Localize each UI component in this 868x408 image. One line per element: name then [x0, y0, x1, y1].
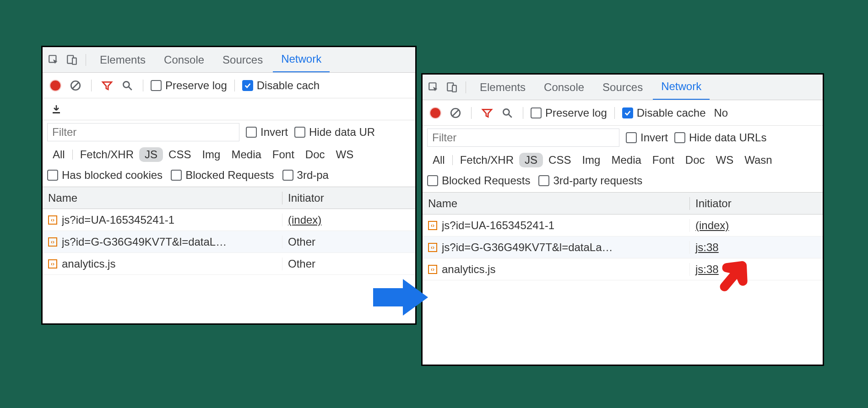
tab-sources[interactable]: Sources [594, 75, 651, 100]
divider [466, 81, 466, 93]
col-initiator-header[interactable]: Initiator [282, 192, 415, 204]
filter-row: Invert Hide data URLs [423, 126, 823, 150]
initiator-link[interactable]: js:38 [695, 241, 719, 253]
type-js[interactable]: JS [519, 153, 543, 167]
clear-icon[interactable] [67, 77, 84, 94]
options-row: Blocked Requests 3rd-party requests [423, 171, 823, 193]
red-arrow-annotation [714, 254, 755, 295]
request-name: analytics.js [62, 258, 115, 270]
svg-line-14 [509, 114, 512, 118]
search-icon[interactable] [499, 105, 515, 121]
device-toggle-icon[interactable] [444, 79, 460, 96]
type-css[interactable]: CSS [163, 147, 196, 162]
third-party-checkbox[interactable]: 3rd-party requests [538, 174, 642, 187]
js-file-icon: ‹› [428, 243, 437, 252]
disable-cache-checkbox[interactable]: Disable cach [242, 79, 320, 92]
hide-data-urls-checkbox[interactable]: Hide data UR [294, 126, 375, 139]
divider [86, 54, 86, 66]
hide-data-urls-checkbox[interactable]: Hide data URLs [674, 131, 766, 144]
device-toggle-icon[interactable] [64, 52, 80, 68]
initiator-link[interactable]: (index) [695, 219, 729, 231]
type-fetch[interactable]: Fetch/XHR [75, 147, 139, 162]
record-button[interactable] [427, 105, 444, 121]
filter-input[interactable] [47, 123, 239, 141]
col-name-header[interactable]: Name [43, 192, 282, 204]
type-font[interactable]: Font [647, 153, 680, 167]
type-filter-row: All Fetch/XHR JS CSS Img Media Font Doc … [43, 144, 415, 165]
js-file-icon: ‹› [428, 221, 437, 230]
type-media[interactable]: Media [606, 153, 646, 167]
clear-icon[interactable] [447, 105, 464, 121]
type-media[interactable]: Media [226, 147, 266, 162]
divider [143, 80, 143, 91]
type-js[interactable]: JS [139, 147, 163, 162]
svg-point-13 [503, 109, 509, 115]
filter-input[interactable] [427, 129, 619, 147]
type-ws[interactable]: WS [711, 153, 739, 167]
table-row[interactable]: ‹›js?id=UA-165345241-1 (index) [423, 215, 823, 236]
table-row[interactable]: ‹›analytics.js Other [43, 253, 415, 275]
third-party-checkbox[interactable]: 3rd-pa [282, 169, 329, 182]
blocked-requests-checkbox[interactable]: Blocked Requests [427, 174, 530, 187]
type-ws[interactable]: WS [331, 147, 359, 162]
tab-console[interactable]: Console [536, 75, 592, 100]
tab-sources[interactable]: Sources [214, 47, 271, 73]
type-fetch[interactable]: Fetch/XHR [455, 153, 519, 167]
table-header: Name Initiator [43, 187, 415, 209]
table-body: ‹›js?id=UA-165345241-1 (index) ‹›js?id=G… [43, 209, 415, 275]
request-name: analytics.js [442, 263, 495, 276]
table-row[interactable]: ‹›js?id=UA-165345241-1 (index) [43, 209, 415, 231]
devtools-tabbar: Elements Console Sources Network [43, 47, 415, 73]
disable-cache-checkbox[interactable]: Disable cache [622, 107, 706, 119]
download-icon[interactable] [48, 101, 65, 118]
filter-icon[interactable] [99, 77, 115, 94]
type-doc[interactable]: Doc [300, 147, 331, 162]
inspect-icon[interactable] [425, 79, 442, 96]
invert-checkbox[interactable]: Invert [626, 131, 668, 144]
type-img[interactable]: Img [196, 147, 226, 162]
svg-line-6 [129, 87, 132, 90]
search-icon[interactable] [119, 77, 136, 94]
initiator-text: Other [288, 236, 315, 248]
tab-network[interactable]: Network [273, 47, 330, 73]
record-button[interactable] [47, 77, 64, 94]
blocked-requests-checkbox[interactable]: Blocked Requests [171, 169, 274, 182]
blue-arrow-annotation [371, 274, 430, 320]
tab-elements[interactable]: Elements [472, 75, 534, 100]
tab-network[interactable]: Network [653, 75, 710, 100]
filter-icon[interactable] [479, 105, 495, 121]
type-all[interactable]: All [47, 147, 71, 162]
tab-console[interactable]: Console [156, 47, 212, 73]
invert-checkbox[interactable]: Invert [246, 126, 288, 139]
type-wasm[interactable]: Wasn [739, 153, 777, 167]
col-name-header[interactable]: Name [423, 197, 690, 210]
table-row[interactable]: ‹›analytics.js js:38 [423, 258, 823, 280]
tab-elements[interactable]: Elements [92, 47, 154, 73]
js-file-icon: ‹› [48, 259, 57, 268]
svg-rect-7 [53, 112, 60, 113]
preserve-log-checkbox[interactable]: Preserve log [151, 79, 227, 92]
preserve-log-checkbox[interactable]: Preserve log [531, 107, 607, 119]
truncated-text: No [714, 107, 728, 119]
initiator-link[interactable]: (index) [288, 214, 321, 226]
type-all[interactable]: All [427, 153, 450, 167]
devtools-panel-before: Elements Console Sources Network Preserv… [41, 46, 417, 325]
svg-point-5 [123, 81, 129, 87]
inspect-icon[interactable] [45, 52, 62, 68]
devtools-tabbar: Elements Console Sources Network [423, 75, 823, 100]
type-css[interactable]: CSS [543, 153, 576, 167]
request-name: js?id=UA-165345241-1 [62, 214, 174, 226]
js-file-icon: ‹› [428, 265, 437, 274]
request-name: js?id=UA-165345241-1 [442, 219, 554, 232]
type-doc[interactable]: Doc [680, 153, 711, 167]
divider [471, 107, 472, 119]
type-img[interactable]: Img [576, 153, 606, 167]
divider [523, 107, 523, 119]
table-row[interactable]: ‹›js?id=G-G36G49KV7T&l=dataL… Other [43, 231, 415, 253]
has-blocked-cookies-checkbox[interactable]: Has blocked cookies [47, 169, 163, 182]
table-row[interactable]: ‹›js?id=G-G36G49KV7T&l=dataLa… js:38 [423, 236, 823, 258]
col-initiator-header[interactable]: Initiator [690, 197, 823, 210]
network-toolbar: Preserve log Disable cache No [423, 100, 823, 126]
type-font[interactable]: Font [267, 147, 300, 162]
table-body: ‹›js?id=UA-165345241-1 (index) ‹›js?id=G… [423, 215, 823, 280]
